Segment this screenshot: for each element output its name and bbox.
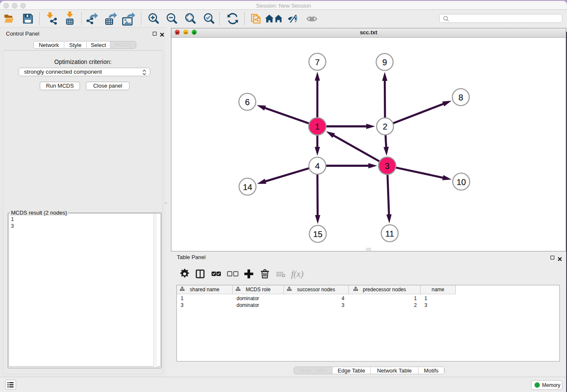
svg-text:1: 1 bbox=[315, 122, 319, 132]
svg-text:2: 2 bbox=[383, 122, 387, 132]
svg-text:15: 15 bbox=[313, 230, 322, 239]
svg-text:14: 14 bbox=[243, 183, 252, 192]
svg-text:9: 9 bbox=[382, 58, 387, 67]
svg-text:7: 7 bbox=[315, 58, 319, 67]
svg-text:10: 10 bbox=[457, 178, 466, 187]
svg-text:8: 8 bbox=[458, 93, 463, 102]
svg-text:6: 6 bbox=[245, 98, 250, 107]
svg-text:4: 4 bbox=[315, 162, 319, 171]
svg-text:11: 11 bbox=[385, 229, 394, 239]
svg-text:3: 3 bbox=[385, 162, 389, 171]
svg-text:f(x): f(x) bbox=[291, 269, 303, 279]
